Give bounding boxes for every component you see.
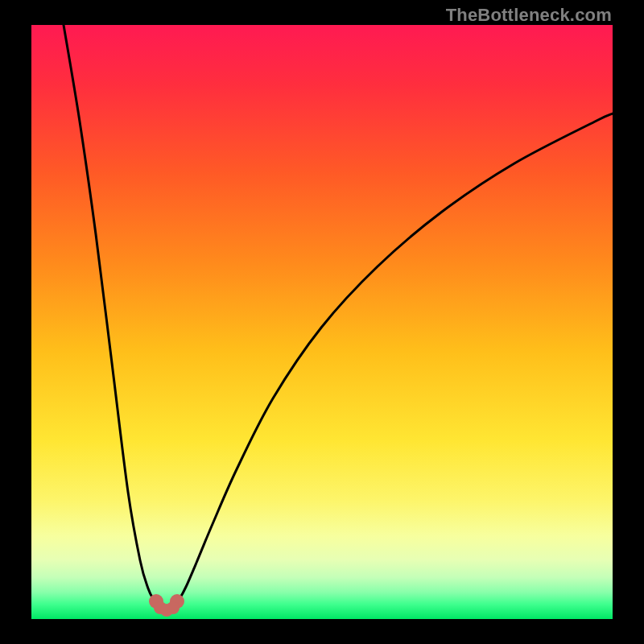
curve-layer bbox=[31, 25, 613, 619]
plot-area bbox=[31, 25, 613, 619]
curve-left-branch bbox=[64, 25, 159, 604]
curve-right-branch bbox=[175, 114, 613, 604]
watermark-text: TheBottleneck.com bbox=[446, 5, 612, 26]
chart-frame: TheBottleneck.com bbox=[0, 0, 644, 644]
marker-min-bottom-r bbox=[167, 601, 180, 614]
minimum-markers bbox=[149, 594, 184, 617]
